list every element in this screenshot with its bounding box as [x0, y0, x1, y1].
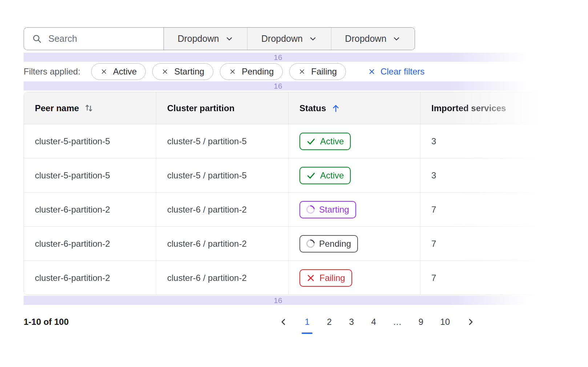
previous-page-button[interactable]: [279, 318, 288, 326]
peer-name-cell: cluster-6-partition-2: [24, 227, 156, 261]
page-button-3[interactable]: 3: [349, 317, 354, 327]
spinner-icon: [305, 238, 316, 249]
page-button-1[interactable]: 1: [304, 317, 310, 327]
cluster-partition-cell: cluster-6 / partition-2: [156, 227, 288, 261]
filter-chip-starting[interactable]: Starting: [152, 63, 213, 80]
filters-applied-label: Filters applied:: [24, 66, 80, 77]
cluster-partition-cell: cluster-6 / partition-2: [156, 193, 288, 226]
cluster-partition-cell: cluster-6 / partition-2: [156, 261, 288, 295]
peer-name-cell: cluster-5-partition-5: [24, 124, 156, 158]
status-cell: Failing: [288, 261, 420, 295]
filter-chip-label: Starting: [174, 66, 204, 77]
column-label: Imported services: [431, 103, 506, 113]
results-range-label: 1-10 of 100: [24, 317, 69, 327]
filter-chip-label: Failing: [311, 66, 337, 77]
spacing-marker: 16: [24, 53, 532, 62]
clear-filters-label: Clear filters: [380, 66, 424, 77]
x-icon: [306, 274, 315, 282]
search-input[interactable]: [48, 33, 164, 44]
status-badge-pending: Pending: [299, 235, 358, 253]
table-row[interactable]: cluster-5-partition-5 cluster-5 / partit…: [24, 124, 547, 158]
spinner-icon: [305, 203, 316, 215]
cluster-partition-cell: cluster-5 / partition-5: [156, 158, 288, 192]
status-cell: Active: [288, 158, 420, 192]
dropdown-label: Dropdown: [261, 33, 303, 44]
page-button-10[interactable]: 10: [440, 317, 450, 327]
chevron-down-icon: [225, 35, 234, 43]
status-cell: Active: [288, 124, 420, 158]
peer-name-cell: cluster-6-partition-2: [24, 193, 156, 226]
imported-services-cell: 7: [420, 261, 547, 295]
column-label: Cluster partition: [167, 103, 234, 113]
remove-filter-icon[interactable]: [298, 68, 306, 75]
dropdown-label: Dropdown: [178, 33, 219, 44]
page-button-4[interactable]: 4: [371, 317, 376, 327]
table-row[interactable]: cluster-5-partition-5 cluster-5 / partit…: [24, 158, 547, 193]
spacing-marker: 16: [24, 81, 532, 90]
dropdown-button-1[interactable]: Dropdown: [164, 28, 247, 50]
applied-filters-row: Filters applied: Active Starting Pending…: [24, 62, 588, 81]
chevron-down-icon: [392, 35, 401, 43]
filter-chip-active[interactable]: Active: [91, 63, 146, 80]
status-badge-active: Active: [299, 133, 351, 150]
next-page-button[interactable]: [466, 318, 475, 326]
peer-name-cell: cluster-5-partition-5: [24, 158, 156, 192]
status-label: Pending: [319, 239, 351, 249]
search-field[interactable]: [24, 28, 164, 50]
column-header-peer-name[interactable]: Peer name: [24, 92, 156, 124]
chevron-right-icon: [466, 318, 475, 326]
status-badge-starting: Starting: [299, 201, 356, 218]
chevron-left-icon: [279, 318, 288, 326]
status-cell: Pending: [288, 227, 420, 261]
column-label: Status: [299, 103, 326, 113]
page-button-2[interactable]: 2: [326, 317, 332, 327]
imported-services-cell: 7: [420, 227, 547, 261]
page-button-9[interactable]: 9: [418, 317, 424, 327]
table-row[interactable]: cluster-6-partition-2 cluster-6 / partit…: [24, 261, 547, 295]
dropdown-button-2[interactable]: Dropdown: [247, 28, 331, 50]
spacing-marker: 16: [24, 296, 532, 305]
table-row[interactable]: cluster-6-partition-2 cluster-6 / partit…: [24, 227, 547, 261]
status-label: Starting: [319, 205, 349, 215]
status-label: Failing: [319, 273, 345, 283]
status-label: Active: [320, 136, 344, 146]
filter-chip-label: Pending: [242, 66, 274, 77]
remove-filter-icon[interactable]: [229, 68, 236, 75]
spacing-marker-label: 16: [274, 53, 282, 62]
table-row[interactable]: cluster-6-partition-2 cluster-6 / partit…: [24, 193, 547, 227]
column-header-cluster-partition[interactable]: Cluster partition: [156, 92, 288, 124]
check-icon: [306, 137, 316, 146]
filter-chip-pending[interactable]: Pending: [220, 63, 283, 80]
page-ellipsis: …: [393, 317, 402, 327]
dropdown-button-3[interactable]: Dropdown: [331, 28, 415, 50]
cluster-partition-cell: cluster-5 / partition-5: [156, 124, 288, 158]
peer-name-cell: cluster-6-partition-2: [24, 261, 156, 295]
pagination-bar: 1-10 of 100 1 2 3 4 … 9 10: [24, 311, 532, 333]
clear-filters-button[interactable]: Clear filters: [368, 66, 424, 77]
column-header-imported-services[interactable]: Imported services: [420, 92, 547, 124]
status-label: Active: [320, 170, 344, 181]
column-label: Peer name: [35, 103, 79, 113]
sort-ascending-icon[interactable]: [331, 104, 341, 113]
peers-table: Peer name Cluster partition Status: [24, 92, 547, 295]
spacing-marker-label: 16: [274, 82, 282, 90]
status-badge-active: Active: [299, 167, 351, 184]
filter-chip-failing[interactable]: Failing: [289, 63, 346, 80]
filter-chip-label: Active: [113, 66, 137, 77]
search-icon: [32, 34, 42, 44]
sort-updown-icon[interactable]: [84, 103, 94, 113]
check-icon: [306, 171, 316, 180]
column-header-status[interactable]: Status: [288, 92, 420, 124]
page-list: 1 2 3 4 … 9 10: [279, 317, 475, 327]
status-cell: Starting: [288, 193, 420, 226]
chevron-down-icon: [309, 35, 317, 43]
page: Dropdown Dropdown Dropdown 16 Filters ap…: [0, 0, 588, 333]
imported-services-cell: 7: [420, 193, 547, 226]
imported-services-cell: 3: [420, 124, 547, 158]
remove-filter-icon[interactable]: [100, 68, 108, 75]
remove-filter-icon[interactable]: [161, 68, 169, 75]
imported-services-cell: 3: [420, 158, 547, 192]
status-badge-failing: Failing: [299, 269, 352, 287]
clear-filters-x-icon: [368, 68, 376, 76]
spacing-marker-label: 16: [274, 296, 282, 305]
